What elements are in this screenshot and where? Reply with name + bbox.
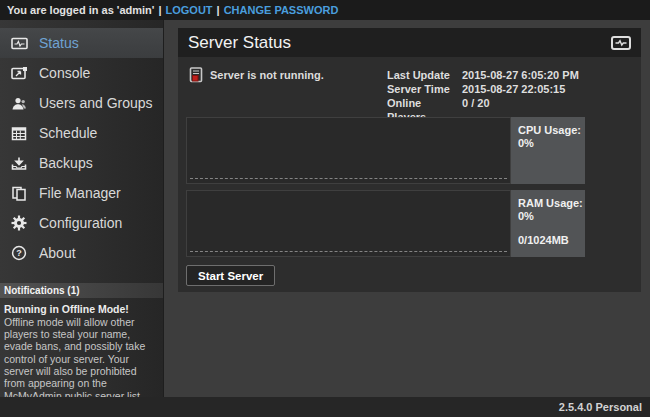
start-server-button[interactable]: Start Server <box>186 265 275 286</box>
console-icon <box>10 65 28 82</box>
sidebar-item-schedule[interactable]: Schedule <box>0 118 163 148</box>
backups-icon <box>10 155 28 172</box>
gear-icon <box>10 215 28 232</box>
info-row: Server Time 2015-08-27 22:05:15 <box>387 82 579 96</box>
sidebar-item-label: About <box>39 245 76 261</box>
info-label: Last Update <box>387 68 462 82</box>
cpu-usage-label: CPU Usage: 0% <box>511 117 585 184</box>
ram-usage-detail: 0/1024MB <box>518 234 585 247</box>
separator: | <box>154 4 165 16</box>
topbar: You are logged in as 'admin'|LOGOUT|CHAN… <box>0 0 650 20</box>
graph-baseline <box>190 178 507 179</box>
separator: | <box>213 4 224 16</box>
sidebar-item-label: File Manager <box>39 185 121 201</box>
info-row: Last Update 2015-08-27 6:05:20 PM <box>387 68 579 82</box>
sidebar-item-label: Schedule <box>39 125 97 141</box>
panel-header: Server Status <box>178 28 641 57</box>
notification-title: Running in Offline Mode! <box>4 303 159 316</box>
sidebar-item-file-manager[interactable]: File Manager <box>0 178 163 208</box>
sidebar-item-configuration[interactable]: Configuration <box>0 208 163 238</box>
sidebar-item-status[interactable]: Status <box>0 28 163 58</box>
notifications-header: Notifications (1) <box>0 283 163 298</box>
status-pulse-icon <box>10 35 28 52</box>
cpu-graph-area <box>186 117 511 184</box>
sidebar-menu: Status Console Users and <box>0 20 163 268</box>
change-password-link[interactable]: CHANGE PASSWORD <box>224 4 339 16</box>
sidebar-item-label: Console <box>39 65 90 81</box>
logged-in-text: You are logged in as 'admin' <box>7 4 154 16</box>
ram-usage-graph: RAM Usage: 0% 0/1024MB <box>186 190 585 257</box>
users-icon <box>10 95 28 112</box>
server-stopped-icon <box>189 67 203 83</box>
server-info-grid: Last Update 2015-08-27 6:05:20 PM Server… <box>387 68 579 124</box>
cpu-usage-graph: CPU Usage: 0% <box>186 117 585 184</box>
sidebar-item-label: Status <box>39 35 79 51</box>
server-status-message: Server is not running. <box>210 69 324 81</box>
question-icon: ? <box>10 245 28 262</box>
ram-usage-title: RAM Usage: <box>518 197 585 210</box>
ram-graph-area <box>186 190 511 257</box>
cpu-usage-value: 0% <box>518 137 585 150</box>
file-manager-icon <box>10 185 28 202</box>
sidebar-item-backups[interactable]: Backups <box>0 148 163 178</box>
sidebar-item-console[interactable]: Console <box>0 58 163 88</box>
sidebar-item-label: Users and Groups <box>39 95 153 111</box>
ram-usage-value: 0% <box>518 210 585 223</box>
cpu-usage-title: CPU Usage: <box>518 124 585 137</box>
server-status-panel: Server Status Server is not running. Las… <box>178 28 641 292</box>
server-status-row: Server is not running. <box>189 67 324 83</box>
sidebar: Status Console Users and <box>0 20 164 397</box>
graph-baseline <box>190 251 507 252</box>
svg-text:?: ? <box>16 248 22 258</box>
footer: 2.5.4.0 Personal <box>0 397 650 417</box>
sidebar-item-label: Configuration <box>39 215 122 231</box>
logout-link[interactable]: LOGOUT <box>166 4 213 16</box>
ram-usage-label: RAM Usage: 0% 0/1024MB <box>511 190 585 257</box>
info-value: 2015-08-27 6:05:20 PM <box>462 68 579 82</box>
sidebar-item-about[interactable]: ? About <box>0 238 163 268</box>
schedule-icon <box>10 125 28 142</box>
info-label: Server Time <box>387 82 462 96</box>
sidebar-item-label: Backups <box>39 155 93 171</box>
status-pulse-icon[interactable] <box>611 36 631 50</box>
info-value: 2015-08-27 22:05:15 <box>462 82 565 96</box>
sidebar-item-users-and-groups[interactable]: Users and Groups <box>0 88 163 118</box>
page-title: Server Status <box>188 33 291 53</box>
version-text: 2.5.4.0 Personal <box>559 401 642 413</box>
panel-body: Server is not running. Last Update 2015-… <box>178 57 641 292</box>
